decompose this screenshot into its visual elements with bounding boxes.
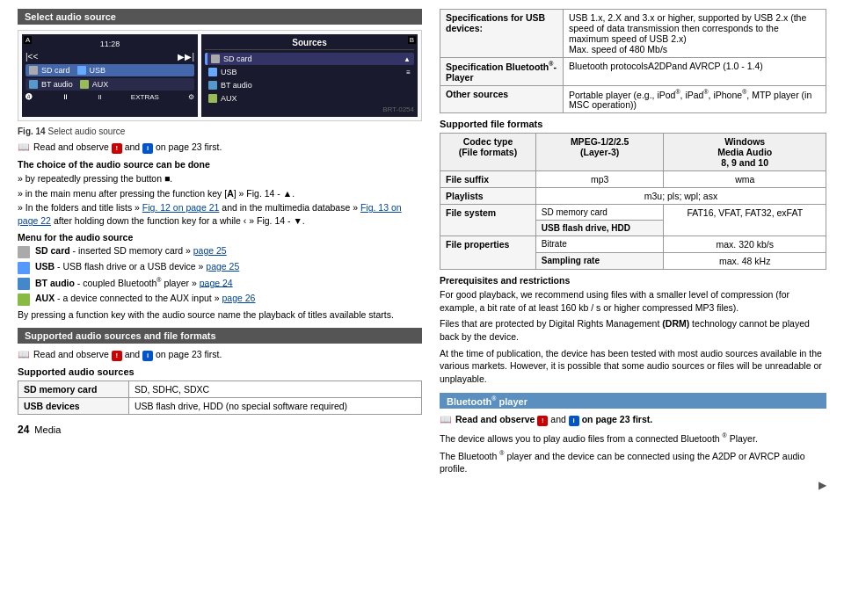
book-icon-2: 📖 (18, 349, 30, 360)
specs-usb-value: USB 1.x, 2.X and 3.x or higher, supporte… (564, 10, 826, 58)
book-icon: 📖 (18, 141, 30, 153)
specs-other-header: Other sources (440, 85, 564, 113)
bt-text-2: The Bluetooth ® player and the device ca… (440, 449, 826, 475)
book-icon-bt: 📖 (440, 414, 452, 425)
table-row: File properties Bitrate max. 320 kb/s (440, 236, 826, 253)
usb-icon (77, 66, 86, 75)
bitrate-label: Bitrate (535, 236, 664, 253)
notice-row-1: 📖 Read and observe ! and i on page 23 fi… (18, 141, 422, 154)
info-icon-bt: i (569, 416, 579, 426)
menu-item-usb: USB - USB flash drive or a USB device » … (18, 261, 422, 274)
prereq-title: Prerequisites and restrictions (440, 275, 826, 286)
bluetooth-section: Bluetooth® player 📖 Read and observe ! a… (440, 393, 826, 475)
screen-b-label: B (408, 36, 416, 44)
codec-col-header: Codec type(File formats) (440, 134, 536, 171)
fs-usb-label: USB flash drive, HDD (535, 221, 664, 236)
table-row: Specification Bluetooth®-Player Bluetoot… (440, 58, 826, 86)
table-row: USB devices USB flash drive, HDD (no spe… (18, 398, 422, 415)
bitrate-value: max. 320 kb/s (664, 236, 826, 253)
prereq-text-3: At the time of publication, the device h… (440, 347, 826, 386)
screen-a-bt: BT audio AUX (25, 78, 194, 91)
prereq-text-1: For good playback, we recommend using fi… (440, 288, 826, 314)
wma-col-header: WindowsMedia Audio8, 9 and 10 (664, 134, 826, 171)
table-cell-sd-header: SD memory card (18, 381, 129, 398)
notice-text-1: Read and observe ! and i on page 23 firs… (33, 141, 222, 154)
warn-icon-bt: ! (537, 416, 548, 426)
file-suffix-label: File suffix (440, 171, 536, 188)
aux-menu-icon (18, 294, 30, 306)
menu-title: Menu for the audio source (18, 232, 422, 243)
table-cell-usb-header: USB devices (18, 398, 129, 415)
source-item-sd: SD card ▲ (205, 53, 414, 65)
specs-table: Specifications for USB devices: USB 1.x,… (440, 9, 826, 113)
table-row: File system SD memory card FAT16, VFAT, … (440, 205, 826, 221)
section-header-supported: Supported audio sources and file formats (18, 328, 422, 344)
bt-icon (29, 80, 38, 89)
specs-bt-value: Bluetooth protocolsA2DPand AVRCP (1.0 - … (564, 58, 826, 86)
page-layout: Select audio source A 11:28 |<< ▶▶| SD c… (18, 9, 826, 491)
aux-small-icon (208, 94, 217, 103)
menu-item-sd: SD card - inserted SD memory card » page… (18, 245, 422, 258)
file-properties-label: File properties (440, 236, 536, 270)
screen-a-label: A (24, 36, 32, 44)
supported-audio-title: Supported audio sources (18, 366, 422, 377)
bt-text-1: The device allows you to play audio file… (440, 431, 826, 445)
table-cell-usb-value: USB flash drive, HDD (no special softwar… (128, 398, 421, 415)
table-row: SD memory card SD, SDHC, SDXC (18, 381, 422, 398)
select-audio-source-section: Select audio source A 11:28 |<< ▶▶| SD c… (18, 9, 422, 321)
section-header-audio-source: Select audio source (18, 9, 422, 25)
specs-other-value: Portable player (e.g., iPod®, iPad®, iPh… (564, 85, 826, 113)
aux-icon (80, 80, 89, 89)
playlists-value: m3u; pls; wpl; asx (535, 188, 826, 205)
menu-item-aux: AUX - a device connected to the AUX inpu… (18, 293, 422, 306)
brt-code: BRT-0254 (205, 105, 414, 113)
sd-small-icon (211, 54, 220, 63)
warn-icon-1: ! (112, 143, 122, 154)
table-row: Other sources Portable player (e.g., iPo… (440, 85, 826, 113)
page-footer: 24 Media (18, 424, 422, 436)
left-column: Select audio source A 11:28 |<< ▶▶| SD c… (18, 9, 422, 491)
section-label: Media (34, 424, 61, 435)
mpeg-col-header: MPEG-1/2/2.5(Layer-3) (535, 134, 664, 171)
notice-row-bt: 📖 Read and observe ! and i on page 23 fi… (440, 414, 826, 426)
file-suffix-mp3: mp3 (535, 171, 664, 188)
info-icon-2: i (142, 351, 153, 361)
press-text: By pressing a function key with the audi… (18, 308, 422, 322)
choice-items: » by repeatedly pressing the button ■. »… (18, 172, 422, 228)
sources-title: Sources (205, 38, 414, 50)
supported-audio-section: Supported audio sources and file formats… (18, 328, 422, 415)
source-item-bt: BT audio (205, 79, 414, 91)
right-column: Specifications for USB devices: USB 1.x,… (440, 9, 826, 491)
bluetooth-header: Bluetooth® player (440, 393, 826, 409)
playlists-label: Playlists (440, 188, 536, 205)
screen-a: A 11:28 |<< ▶▶| SD card USB BT audio (22, 34, 198, 117)
continue-arrow: ▶ (819, 479, 826, 491)
sd-menu-icon (18, 246, 30, 258)
table-row: Playlists m3u; pls; wpl; asx (440, 188, 826, 205)
codec-table: Codec type(File formats) MPEG-1/2/2.5(La… (440, 133, 826, 270)
bt-small-icon (208, 81, 217, 90)
usb-small-icon (208, 68, 217, 76)
file-suffix-wma: wma (664, 171, 826, 188)
sd-icon (29, 66, 38, 75)
info-icon-1: i (142, 143, 153, 154)
notice-text-bt: Read and observe ! and i on page 23 firs… (455, 414, 652, 426)
source-item-usb: USB ≡ (205, 66, 414, 78)
screen-a-nav: |<< ▶▶| (25, 52, 194, 62)
notice-row-2: 📖 Read and observe ! and i on page 23 fi… (18, 349, 422, 361)
warn-icon-2: ! (112, 351, 122, 361)
supported-sources-table: SD memory card SD, SDHC, SDXC USB device… (18, 380, 422, 415)
usb-menu-icon (18, 262, 30, 274)
menu-item-bt: BT audio - coupled Bluetooth® player » p… (18, 277, 422, 290)
fs-value: FAT16, VFAT, FAT32, exFAT (664, 205, 826, 236)
screen-a-bottom: 🅐 ⏸ II EXTRAS ⚙ (25, 93, 194, 101)
specs-usb-header: Specifications for USB devices: (440, 10, 564, 58)
table-row: Specifications for USB devices: USB 1.x,… (440, 10, 826, 58)
table-row: File suffix mp3 wma (440, 171, 826, 188)
audio-ui-mockup: A 11:28 |<< ▶▶| SD card USB BT audio (18, 30, 422, 121)
table-cell-sd-value: SD, SDHC, SDXC (128, 381, 421, 398)
page-number: 24 (18, 424, 29, 436)
codec-header-row: Codec type(File formats) MPEG-1/2/2.5(La… (440, 134, 826, 171)
screen-a-sd: SD card USB (25, 64, 194, 76)
source-item-aux: AUX (205, 92, 414, 105)
